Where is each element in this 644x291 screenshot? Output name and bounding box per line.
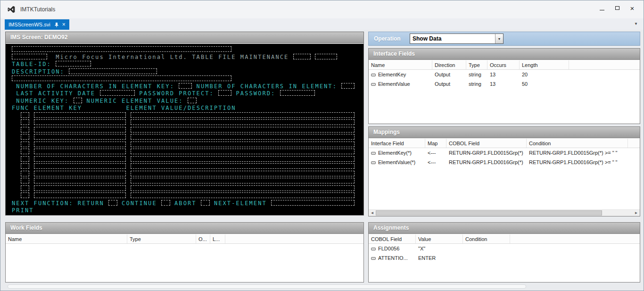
column-header[interactable]: Occurs <box>487 60 520 69</box>
screen-field[interactable] <box>131 178 355 183</box>
screen-field[interactable] <box>271 200 355 206</box>
column-header[interactable]: Direction <box>432 60 466 69</box>
column-header[interactable]: O... <box>196 234 210 243</box>
column-header[interactable]: Map <box>425 139 446 148</box>
screen-text: NUMBER OF CHARACTERS IN ELEMENT KEY: <box>12 83 179 90</box>
screen-field[interactable] <box>131 127 355 133</box>
scroll-left-icon[interactable]: ◄ <box>369 210 376 216</box>
column-header[interactable]: Type <box>466 60 487 69</box>
screen-text <box>29 178 33 184</box>
tab-close-icon[interactable]: × <box>62 22 66 27</box>
screen-field[interactable] <box>34 127 126 133</box>
screen-field[interactable] <box>315 54 337 59</box>
screen-field[interactable] <box>34 178 126 183</box>
column-header[interactable]: Interface Field <box>369 139 425 148</box>
screen-field[interactable] <box>21 112 30 118</box>
screen-field[interactable] <box>131 119 355 125</box>
screen-field[interactable] <box>21 192 30 198</box>
screen-field[interactable] <box>131 112 355 118</box>
horizontal-scrollbar-thumb[interactable] <box>8 284 526 289</box>
screen-field[interactable] <box>21 141 30 147</box>
screen-field[interactable] <box>34 112 126 118</box>
column-header[interactable]: L... <box>210 234 225 243</box>
operation-combobox[interactable]: Show Data ▼ <box>410 33 504 44</box>
screen-text <box>29 192 33 199</box>
maximize-button[interactable] <box>610 2 625 14</box>
screen-field[interactable] <box>131 149 355 154</box>
column-header[interactable]: Length <box>520 60 569 69</box>
screen-text <box>29 171 33 177</box>
screen-field[interactable] <box>34 149 126 154</box>
screen-field[interactable] <box>131 171 355 176</box>
tab-imsscreenws[interactable]: IMSScreenWS.svi × <box>5 19 69 30</box>
screen-field[interactable] <box>34 141 126 147</box>
screen-field[interactable] <box>74 98 83 103</box>
screen-field[interactable] <box>21 171 30 176</box>
tab-overflow-dropdown-icon[interactable]: ▼ <box>634 22 638 26</box>
screen-field[interactable] <box>21 178 30 183</box>
screen-text <box>12 141 21 148</box>
screen-field[interactable] <box>108 200 117 206</box>
table-row[interactable]: ElementValueOutputstring1350 <box>369 79 640 89</box>
screen-field[interactable] <box>34 156 126 162</box>
screen-field[interactable] <box>34 119 126 125</box>
combo-dropdown-icon[interactable]: ▼ <box>495 34 503 43</box>
screen-field[interactable] <box>34 134 126 140</box>
column-header[interactable]: Type <box>127 234 196 243</box>
column-header-filler <box>569 60 640 69</box>
screen-field[interactable] <box>34 192 126 198</box>
screen-field[interactable] <box>161 200 170 206</box>
table-row[interactable]: ElementKey(*)<---RETURN-GRP1.FLD0015Grp(… <box>369 148 640 158</box>
screen-field[interactable] <box>131 134 355 140</box>
close-button[interactable]: × <box>625 2 640 14</box>
screen-field[interactable] <box>188 98 197 103</box>
screen-field[interactable] <box>341 83 355 89</box>
screen-field[interactable] <box>21 185 30 191</box>
scrollbar-thumb[interactable] <box>376 210 602 216</box>
screen-field[interactable] <box>34 171 126 176</box>
screen-field[interactable] <box>12 75 231 81</box>
column-header[interactable]: Condition <box>527 139 628 148</box>
screen-field[interactable] <box>131 156 355 162</box>
scrollbar-track[interactable] <box>376 210 633 216</box>
screen-field[interactable] <box>179 83 192 89</box>
screen-field[interactable] <box>69 68 157 74</box>
pin-icon[interactable] <box>54 22 59 27</box>
screen-field[interactable] <box>12 46 231 52</box>
screen-field[interactable] <box>218 90 231 96</box>
column-header[interactable]: COBOL Field <box>446 139 527 148</box>
screen-field[interactable] <box>201 200 210 206</box>
table-row[interactable]: ElementKeyOutputstring1320 <box>369 70 640 79</box>
screen-field[interactable] <box>21 163 30 169</box>
screen-field[interactable] <box>131 192 355 198</box>
screen-field[interactable] <box>100 90 135 96</box>
screen-field[interactable] <box>21 119 30 125</box>
column-header[interactable]: Condition <box>463 234 510 243</box>
column-header[interactable]: COBOL Field <box>369 234 416 243</box>
screen-line <box>12 171 363 178</box>
screen-field[interactable] <box>131 141 355 147</box>
title-bar[interactable]: IMTKTutorials × <box>0 0 644 18</box>
screen-field[interactable] <box>34 163 126 169</box>
column-header[interactable]: Name <box>369 60 432 69</box>
screen-field[interactable] <box>12 54 47 59</box>
screen-field[interactable] <box>280 90 315 96</box>
screen-field[interactable] <box>131 185 355 191</box>
screen-field[interactable] <box>21 149 30 154</box>
screen-field[interactable] <box>21 127 30 133</box>
screen-text: NUMERIC ELEMENT VALUE: <box>82 98 188 104</box>
screen-field[interactable] <box>34 185 126 191</box>
screen-field[interactable] <box>131 163 355 169</box>
screen-field[interactable] <box>293 54 311 59</box>
screen-field[interactable] <box>21 156 30 162</box>
column-header[interactable]: Value <box>416 234 463 243</box>
screen-field[interactable] <box>56 61 91 67</box>
column-header[interactable]: Name <box>6 234 127 243</box>
screen-field[interactable] <box>21 134 30 140</box>
scroll-right-icon[interactable]: ► <box>633 210 640 216</box>
table-row[interactable]: ElementValue(*)<---RETURN-GRP1.FLD0016Gr… <box>369 158 640 167</box>
table-row[interactable]: FLD0056"X" <box>369 244 640 253</box>
mappings-horizontal-scrollbar[interactable]: ◄ ► <box>369 209 640 216</box>
table-row[interactable]: ATTENTIO...ENTER <box>369 253 640 263</box>
minimize-button[interactable] <box>594 2 610 14</box>
